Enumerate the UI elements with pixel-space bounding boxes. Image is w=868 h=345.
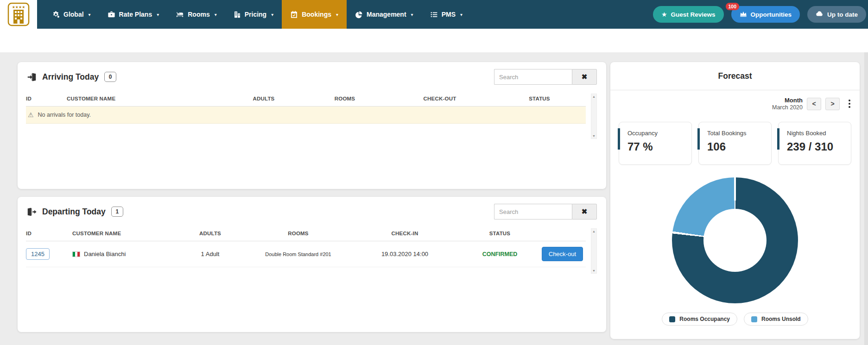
action-cell: Check-out xyxy=(538,247,586,261)
stat-total-bookings: Total Bookings 106 xyxy=(698,122,772,165)
chevron-down-icon: ▾ xyxy=(336,12,338,17)
chevron-down-icon: ▾ xyxy=(411,12,413,17)
table-scrollbar[interactable]: ▲ ▼ xyxy=(591,94,597,139)
nav-item-pricing[interactable]: Pricing ▾ xyxy=(225,0,282,29)
departing-today-panel: Departing Today 1 ✖ ID CUSTOMER NAME ADU… xyxy=(18,197,606,332)
col-status: STATUS xyxy=(462,231,538,236)
opportunities-label: Opportunities xyxy=(751,11,792,18)
scroll-down-icon[interactable]: ▼ xyxy=(592,269,596,272)
booking-id-link[interactable]: 1245 xyxy=(26,248,50,260)
departing-search-input[interactable] xyxy=(494,204,572,220)
gears-icon xyxy=(52,11,60,19)
donut-hole xyxy=(703,209,767,272)
customer-cell: Daniela Bianchi xyxy=(72,251,172,257)
stat-label: Occupancy xyxy=(627,130,691,137)
col-status: STATUS xyxy=(493,96,586,101)
arriving-search-group: ✖ xyxy=(494,69,597,85)
calendar-check-icon xyxy=(290,11,298,19)
nav-item-label: Management xyxy=(367,11,406,18)
opportunities-button[interactable]: Opportunities xyxy=(731,6,800,23)
door-enter-icon xyxy=(27,72,37,82)
col-id: ID xyxy=(26,96,67,101)
scroll-up-icon[interactable]: ▲ xyxy=(592,230,596,233)
opportunities-wrap: 100 Opportunities xyxy=(731,6,800,23)
nav-item-rate-plans[interactable]: Rate Plans ▾ xyxy=(99,0,168,29)
next-month-button[interactable]: > xyxy=(825,98,840,110)
cash-register-icon xyxy=(234,11,241,19)
col-rooms: ROOMS xyxy=(248,231,348,236)
crown-icon xyxy=(740,11,747,19)
nav-item-global[interactable]: Global ▾ xyxy=(44,0,99,29)
stat-label: Nights Booked xyxy=(787,130,851,137)
chart-menu-icon[interactable] xyxy=(847,98,852,110)
arriving-table: ID CUSTOMER NAME ADULTS ROOMS CHECK-OUT … xyxy=(18,92,606,124)
forecast-title: Forecast xyxy=(718,71,752,81)
nav-item-label: Rate Plans xyxy=(119,11,152,18)
prev-month-button[interactable]: < xyxy=(807,98,821,110)
italy-flag-icon xyxy=(72,251,80,257)
up-to-date-button[interactable]: Up to date xyxy=(807,6,866,23)
table-row: 1245 Daniela Bianchi 1 Adult Double Room… xyxy=(26,241,586,267)
clear-search-button[interactable]: ✖ xyxy=(572,69,597,85)
legend-rooms-occupancy[interactable]: Rooms Occupancy xyxy=(662,313,737,326)
briefcase-icon xyxy=(108,11,115,19)
stat-occupancy: Occupancy 77 % xyxy=(619,122,692,165)
cloud-icon xyxy=(816,11,824,18)
col-customer-name: CUSTOMER NAME xyxy=(72,231,172,236)
forecast-panel: Forecast Month March 2020 < > Occupancy … xyxy=(610,62,860,339)
col-check-in: CHECK-IN xyxy=(348,231,462,236)
stat-label: Total Bookings xyxy=(707,130,771,137)
departing-count-badge: 1 xyxy=(111,207,123,217)
clear-search-button[interactable]: ✖ xyxy=(572,204,597,220)
nav-actions: ★ Guest Reviews 100 Opportunities Up to … xyxy=(653,0,866,29)
chevron-down-icon: ▾ xyxy=(460,12,463,17)
chevron-down-icon: ▾ xyxy=(215,12,217,17)
svg-text:★★★★: ★★★★ xyxy=(12,5,25,9)
chart-legend: Rooms Occupancy Rooms Unsold xyxy=(610,313,860,326)
check-out-button[interactable]: Check-out xyxy=(542,247,583,261)
forecast-header: Forecast xyxy=(610,62,860,90)
up-to-date-label: Up to date xyxy=(827,11,858,18)
col-rooms: ROOMS xyxy=(303,96,386,101)
list-icon xyxy=(430,11,438,19)
notification-count-badge: 100 xyxy=(726,3,740,10)
guest-reviews-button[interactable]: ★ Guest Reviews xyxy=(653,6,724,23)
nav-item-bookings[interactable]: Bookings ▾ xyxy=(282,0,347,29)
nav-item-rooms[interactable]: Rooms ▾ xyxy=(167,0,225,29)
arriving-search-input[interactable] xyxy=(494,69,572,85)
legend-swatch-occupancy xyxy=(669,316,675,322)
scroll-up-icon[interactable]: ▲ xyxy=(592,95,596,98)
stat-value: 106 xyxy=(707,140,771,153)
chevron-down-icon: ▾ xyxy=(89,12,91,17)
checkin-cell: 19.03.2020 14:00 xyxy=(348,251,462,257)
customer-name: Daniela Bianchi xyxy=(84,251,126,257)
period-type: Month xyxy=(772,97,803,104)
adults-cell: 1 Adult xyxy=(172,251,248,257)
arriving-today-panel: Arriving Today 0 ✖ ID CUSTOMER NAME ADUL… xyxy=(18,62,606,189)
warning-icon: ⚠ xyxy=(28,111,34,119)
forecast-donut[interactable] xyxy=(672,177,798,303)
table-scrollbar[interactable]: ▲ ▼ xyxy=(591,228,597,274)
chevron-down-icon: ▾ xyxy=(271,12,273,17)
departing-table: ID CUSTOMER NAME ADULTS ROOMS CHECK-IN S… xyxy=(18,226,606,267)
legend-rooms-unsold[interactable]: Rooms Unsold xyxy=(744,313,808,326)
col-check-out: CHECK-OUT xyxy=(386,96,493,101)
hotel-logo-icon: ★★★★ xyxy=(7,2,30,26)
arriving-count-badge: 0 xyxy=(104,72,116,82)
top-nav: ★★★★ Global ▾ Rate Plans ▾ xyxy=(0,0,868,29)
nav-item-label: Rooms xyxy=(188,11,209,18)
departing-table-header: ID CUSTOMER NAME ADULTS ROOMS CHECK-IN S… xyxy=(26,226,586,241)
panel-title: Arriving Today xyxy=(42,72,99,82)
bed-icon xyxy=(176,11,184,19)
legend-swatch-unsold xyxy=(751,316,757,322)
star-icon: ★ xyxy=(661,11,667,18)
period-navigation: Month March 2020 < > xyxy=(610,90,860,111)
stat-value: 77 % xyxy=(627,140,691,153)
nav-item-management[interactable]: Management ▾ xyxy=(347,0,422,29)
nav-item-pms[interactable]: PMS ▾ xyxy=(422,0,471,29)
app-logo[interactable]: ★★★★ xyxy=(0,0,37,29)
scroll-down-icon[interactable]: ▼ xyxy=(592,134,596,138)
no-arrivals-row: ⚠ No arrivals for today. xyxy=(26,107,586,124)
arriving-panel-header: Arriving Today 0 ✖ xyxy=(18,62,606,92)
page-scrollbar[interactable] xyxy=(864,52,868,345)
